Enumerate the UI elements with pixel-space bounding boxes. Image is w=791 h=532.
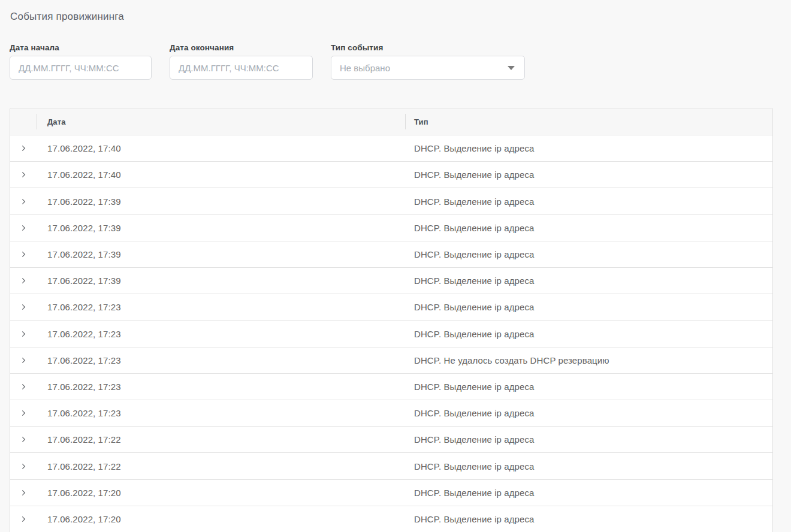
row-type-cell: DHCP. Выделение ip адреса [405,400,772,426]
caret-down-icon [508,66,515,70]
chevron-right-icon [19,303,28,312]
row-expand-button[interactable] [15,431,32,448]
row-type-cell: DHCP. Выделение ip адреса [405,268,772,294]
row-expand-button[interactable] [15,458,32,474]
row-type-cell: DHCP. Выделение ip адреса [405,162,772,188]
table-row[interactable]: 17.06.2022, 17:39 DHCP. Выделение ip адр… [10,214,772,241]
chevron-right-icon [19,276,28,285]
row-expand-button[interactable] [15,219,32,236]
row-date-value: 17.06.2022, 17:23 [47,302,121,312]
row-expander-cell [10,453,37,479]
table-row[interactable]: 17.06.2022, 17:22 DHCP. Выделение ip адр… [10,452,772,479]
row-date-value: 17.06.2022, 17:22 [47,461,121,471]
row-type-cell: DHCP. Выделение ip адреса [405,215,772,241]
start-date-input[interactable] [10,56,152,80]
row-date-value: 17.06.2022, 17:39 [47,276,121,286]
table-row[interactable]: 17.06.2022, 17:23 DHCP. Выделение ip адр… [10,373,772,400]
event-type-label: Тип события [331,43,525,52]
row-expander-cell [10,215,37,241]
row-date-cell: 17.06.2022, 17:22 [37,427,405,452]
row-type-value: DHCP. Выделение ip адреса [414,249,535,259]
row-expand-button[interactable] [15,352,32,368]
end-date-input[interactable] [170,56,313,80]
row-expander-cell [10,400,37,426]
row-type-value: DHCP. Выделение ip адреса [414,329,535,339]
row-expander-cell [10,268,37,294]
row-type-value: DHCP. Выделение ip адреса [414,170,535,180]
row-expand-button[interactable] [15,484,32,501]
table-row[interactable]: 17.06.2022, 17:40 DHCP. Выделение ip адр… [10,161,772,188]
row-date-cell: 17.06.2022, 17:23 [37,294,405,320]
row-date-value: 17.06.2022, 17:23 [47,382,121,392]
row-type-cell: DHCP. Не удалось создать DHCP резервацию [405,347,772,373]
row-date-cell: 17.06.2022, 17:40 [37,135,405,161]
row-expand-button[interactable] [15,246,32,262]
row-expand-button[interactable] [15,299,32,316]
row-expander-cell [10,135,37,161]
row-type-value: DHCP. Выделение ip адреса [414,434,535,445]
row-type-cell: DHCP. Выделение ip адреса [405,135,772,161]
table-row[interactable]: 17.06.2022, 17:23 DHCP. Выделение ip адр… [10,294,772,320]
row-expand-button[interactable] [15,140,32,157]
row-type-cell: DHCP. Выделение ip адреса [405,241,772,267]
row-date-cell: 17.06.2022, 17:22 [37,453,405,479]
table-row[interactable]: 17.06.2022, 17:39 DHCP. Выделение ip адр… [10,188,772,214]
events-table: Дата Тип 17.06.2022, 17:40 DHCP. Выделен… [10,108,773,532]
row-expand-button[interactable] [15,167,32,183]
row-date-cell: 17.06.2022, 17:40 [37,162,405,188]
table-row[interactable]: 17.06.2022, 17:20 DHCP. Выделение ip адр… [10,506,772,532]
row-date-value: 17.06.2022, 17:39 [47,223,121,233]
row-expand-button[interactable] [15,378,32,395]
row-expand-button[interactable] [15,193,32,210]
chevron-right-icon [19,330,28,338]
row-type-value: DHCP. Выделение ip адреса [414,408,535,418]
row-date-value: 17.06.2022, 17:20 [47,514,121,524]
row-expander-cell [10,506,37,532]
row-expand-button[interactable] [15,325,32,342]
row-date-cell: 17.06.2022, 17:20 [37,480,405,506]
row-expand-button[interactable] [15,405,32,422]
chevron-right-icon [19,170,28,179]
row-type-value: DHCP. Выделение ip адреса [414,302,535,312]
table-row[interactable]: 17.06.2022, 17:39 DHCP. Выделение ip адр… [10,241,772,267]
row-type-value: DHCP. Выделение ip адреса [414,382,535,392]
row-type-value: DHCP. Выделение ip адреса [414,488,535,498]
column-header-type: Тип [405,108,772,135]
provisioning-events-page: События провижининга Дата начала Дата ок… [0,0,791,532]
row-expander-cell [10,347,37,373]
chevron-right-icon [19,409,28,418]
row-expand-button[interactable] [15,510,32,527]
table-row[interactable]: 17.06.2022, 17:20 DHCP. Выделение ip адр… [10,479,772,506]
row-expander-cell [10,321,37,346]
row-date-cell: 17.06.2022, 17:20 [37,506,405,532]
row-date-value: 17.06.2022, 17:40 [47,170,121,180]
table-row[interactable]: 17.06.2022, 17:22 DHCP. Выделение ip адр… [10,426,772,452]
chevron-right-icon [19,515,28,524]
row-type-cell: DHCP. Выделение ip адреса [405,506,772,532]
row-expander-cell [10,294,37,320]
table-row[interactable]: 17.06.2022, 17:23 DHCP. Выделение ip адр… [10,400,772,426]
row-date-cell: 17.06.2022, 17:23 [37,347,405,373]
row-type-value: DHCP. Выделение ip адреса [414,514,535,524]
row-date-value: 17.06.2022, 17:22 [47,434,121,445]
table-row[interactable]: 17.06.2022, 17:40 DHCP. Выделение ip адр… [10,135,772,161]
chevron-right-icon [19,197,28,206]
row-expander-cell [10,480,37,506]
row-date-value: 17.06.2022, 17:39 [47,249,121,259]
chevron-right-icon [19,462,28,471]
events-table-body: 17.06.2022, 17:40 DHCP. Выделение ip адр… [10,135,772,532]
chevron-right-icon [19,223,28,232]
start-date-field-group: Дата начала [10,43,152,80]
row-type-value: DHCP. Не удалось создать DHCP резервацию [414,355,609,365]
table-row[interactable]: 17.06.2022, 17:23 DHCP. Не удалось созда… [10,347,772,373]
row-date-value: 17.06.2022, 17:23 [47,329,121,339]
chevron-right-icon [19,250,28,259]
page-title: События провижининга [10,11,124,23]
end-date-label: Дата окончания [170,43,313,52]
chevron-right-icon [19,382,28,391]
row-expand-button[interactable] [15,273,32,289]
table-row[interactable]: 17.06.2022, 17:23 DHCP. Выделение ip адр… [10,320,772,346]
table-row[interactable]: 17.06.2022, 17:39 DHCP. Выделение ip адр… [10,267,772,294]
row-date-value: 17.06.2022, 17:39 [47,197,121,207]
event-type-select[interactable]: Не выбрано [331,56,525,80]
